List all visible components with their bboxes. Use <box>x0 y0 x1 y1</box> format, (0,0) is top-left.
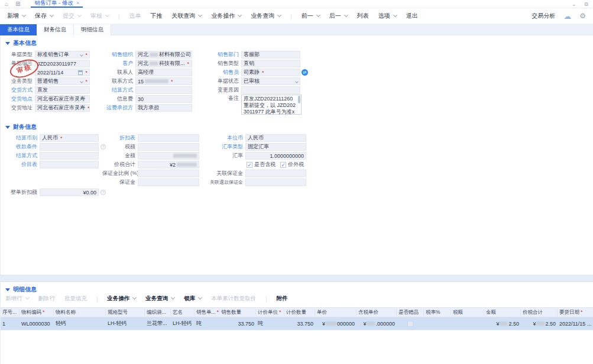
cell-amount[interactable]: ¥2.50 <box>484 321 521 327</box>
trade-analysis-button[interactable]: 交易分析 <box>532 12 555 20</box>
next-button[interactable]: 后一 <box>329 12 348 20</box>
push-down-button[interactable]: 下推 <box>150 12 162 20</box>
customer-input[interactable]: 河北科技有限... <box>135 60 192 67</box>
sale-org-input[interactable]: 河北材料有限公司 <box>135 51 192 58</box>
col-header-tax-price[interactable]: 含税单价 <box>357 309 397 316</box>
amount-input[interactable] <box>138 152 199 160</box>
col-header-is-gift[interactable]: 是否赠品 <box>397 309 424 316</box>
col-header-material-code[interactable]: 物料编码 <box>20 309 54 316</box>
col-header-tax[interactable]: 税额 <box>451 309 484 316</box>
close-tab-icon[interactable]: × <box>76 0 79 6</box>
cloud-icon[interactable] <box>563 12 571 21</box>
basic-section-header[interactable]: 基本信息 <box>5 39 37 47</box>
tab-finance-info[interactable]: 财务信息 <box>37 24 74 35</box>
finance-section-header[interactable]: 财务信息 <box>5 123 37 131</box>
rate-type-input[interactable]: 固定汇率 <box>245 143 306 151</box>
home-icon[interactable]: ⌂ <box>5 1 8 8</box>
sale-dept-input[interactable]: 客服部 <box>241 51 300 58</box>
extra-tax-checkbox[interactable] <box>280 162 286 168</box>
cell-tax-price[interactable]: ¥.000000 <box>357 321 397 327</box>
doc-status-select[interactable]: 已审核 <box>241 77 300 85</box>
price-list-input[interactable] <box>40 161 99 168</box>
col-header-bag[interactable]: 编织袋... <box>145 309 171 316</box>
options-button[interactable]: 选项 <box>378 12 397 20</box>
delivery-mode-input[interactable]: 直发 <box>35 86 90 94</box>
cell-bag[interactable]: 兰花带... <box>145 320 171 327</box>
delivery-place-input[interactable]: 河北省石家庄市灵寿 <box>35 95 90 103</box>
delivery-addr-input[interactable]: 河北省石家庄市灵寿 <box>35 104 90 112</box>
chevron-down-icon[interactable]: ⌄ <box>572 1 576 8</box>
save-button[interactable]: 保存 <box>35 12 53 20</box>
margin-input[interactable] <box>138 178 199 186</box>
currency-input[interactable]: 人民币 <box>40 134 99 142</box>
list-button[interactable]: 列表 <box>357 12 369 20</box>
previous-button[interactable]: 前一 <box>302 12 320 20</box>
cell-sale-unit[interactable]: 吨 <box>195 320 219 327</box>
attachment-button[interactable]: 附件 <box>277 295 288 303</box>
freight-input[interactable]: 我方承担 <box>135 104 192 112</box>
sale-type-input[interactable]: 直销 <box>241 60 300 67</box>
restore-window-icon[interactable]: ⧉ <box>585 1 588 8</box>
cell-material-name[interactable]: 轻钙 <box>54 320 106 327</box>
tab-detail-info[interactable]: 明细信息 <box>74 24 111 35</box>
cell-total[interactable]: ¥2.50 <box>521 321 558 327</box>
cell-date[interactable]: 2022/11/15 ... <box>558 321 593 327</box>
detail-section-header[interactable]: 明细信息 <box>5 285 37 294</box>
detail-business-query-button[interactable]: 业务查询 <box>145 295 174 303</box>
doc-no-input[interactable]: JZD2023011977 <box>35 60 90 67</box>
settle-mode-input[interactable] <box>135 86 192 94</box>
margin-ratio-input[interactable] <box>138 170 199 177</box>
payment-cond-input[interactable] <box>40 143 99 151</box>
col-header-price-unit[interactable]: 计价单位 <box>256 309 284 316</box>
col-header-alias[interactable]: 艺名 <box>171 309 195 316</box>
info-fee-input[interactable]: 30 <box>135 95 192 103</box>
cell-sale-qty[interactable]: 33.750 <box>219 321 256 327</box>
help-icon[interactable] <box>101 190 106 195</box>
col-header-sale-qty[interactable]: 销售数量 <box>219 309 256 316</box>
section-splitter[interactable] <box>0 275 593 282</box>
base-currency-input[interactable]: 人民币 <box>245 134 306 142</box>
cell-spec[interactable]: LH-轻钙 <box>106 320 145 327</box>
tax-input[interactable] <box>138 143 199 151</box>
new-button[interactable]: 新增 <box>7 12 25 20</box>
contact-way-input[interactable]: 15 <box>135 77 192 85</box>
col-header-unit-price[interactable]: 单价 <box>315 309 357 316</box>
cell-unit-price[interactable]: ¥000000 <box>315 321 357 327</box>
gear-icon[interactable] <box>579 12 586 20</box>
gift-checkbox[interactable] <box>407 321 413 327</box>
salesman-input[interactable]: 司素静 <box>241 69 300 76</box>
col-header-spec[interactable]: 规格型号 <box>106 309 145 316</box>
tax-inclusive-checkbox[interactable] <box>247 162 252 168</box>
cell-alias[interactable]: LH-轻钙 <box>171 320 195 327</box>
col-header-date[interactable]: 要货日期 <box>558 309 593 316</box>
cell-price-unit[interactable]: 吨 <box>256 320 284 327</box>
discount-total-input[interactable]: ¥0.00 <box>40 188 99 196</box>
total-input[interactable]: ¥2 <box>138 161 199 168</box>
discount-table-input[interactable] <box>138 134 199 142</box>
tab-basic-info[interactable]: 基本信息 <box>0 24 37 35</box>
rel-margin-input[interactable] <box>245 170 306 177</box>
business-query-button[interactable]: 业务查询 <box>251 12 281 20</box>
contact-input[interactable]: 高经理 <box>135 69 192 76</box>
cell-price-qty[interactable]: 33.750 <box>284 321 315 327</box>
settle-mode-fin-input[interactable] <box>40 152 99 160</box>
cell-material-code[interactable]: WL0000030 <box>20 321 54 327</box>
doc-date-input[interactable]: 2022/11/14 <box>35 69 90 76</box>
business-operation-button[interactable]: 业务操作 <box>211 12 241 20</box>
table-row[interactable]: 1 WL0000030 轻钙 LH-轻钙 兰花带... LH-轻钙 吨 33.7… <box>1 317 593 330</box>
remark-textarea[interactable]: 原发JZD2022111260 重新提交，以 JZD2023011977 此单号… <box>241 95 302 115</box>
menu-grid-icon[interactable]: ⊞ <box>15 1 20 8</box>
related-query-button[interactable]: 关联查询 <box>171 12 202 20</box>
exit-button[interactable]: 退出 <box>406 12 418 20</box>
detail-business-operation-button[interactable]: 业务操作 <box>107 295 136 303</box>
sync-icon[interactable] <box>302 69 308 76</box>
document-tab[interactable]: 销售订单 - 修改 × <box>31 0 83 8</box>
biz-type-select[interactable]: 普通销售 <box>35 77 90 85</box>
lock-stock-button[interactable]: 锁库 <box>184 295 202 303</box>
col-header-tax-rate[interactable]: 税率% <box>424 309 451 316</box>
col-header-sale-unit[interactable]: 销售单... <box>195 309 219 316</box>
col-header-total[interactable]: 价税合计 <box>521 309 558 316</box>
doc-type-select[interactable]: 标准销售订单 <box>35 51 90 58</box>
change-reason-input[interactable] <box>241 86 300 94</box>
col-header-price-qty[interactable]: 计价数量 <box>284 309 315 316</box>
